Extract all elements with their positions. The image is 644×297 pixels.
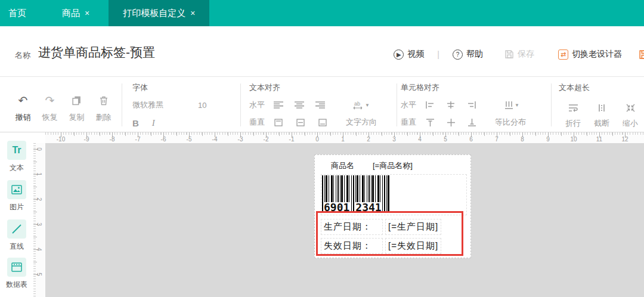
help-button[interactable]: ? 帮助	[453, 49, 483, 60]
save-as-button[interactable]	[639, 50, 644, 60]
ruler-halftick	[459, 132, 459, 136]
ruler-label: -1	[289, 136, 295, 143]
ruler-label: -5	[187, 136, 192, 143]
font-size-select[interactable]: 10	[198, 101, 206, 110]
delete-button[interactable]: 删除	[90, 112, 117, 123]
cell-align-right-icon[interactable]	[464, 101, 479, 109]
valign-top-icon[interactable]	[271, 119, 286, 126]
ruler-label: 2	[367, 136, 370, 143]
video-button[interactable]: ▶ 视频	[394, 49, 424, 60]
tab-products[interactable]: 商品 ×	[51, 0, 100, 26]
redo-button[interactable]: 恢复	[36, 112, 63, 123]
trash-icon[interactable]	[90, 95, 117, 106]
palette-item-line[interactable]: 直线	[0, 219, 33, 252]
design-canvas[interactable]: 商品名 [=商品名称] 6901 2341 生产日期： [=生产日期]	[45, 143, 644, 297]
tab-print-template[interactable]: 打印模板自定义 ×	[109, 0, 209, 26]
cell-valign-bottom-icon[interactable]	[464, 119, 479, 126]
ruler-label: 7	[495, 136, 499, 143]
ruler-label: -6	[161, 136, 166, 143]
cell-valign-top-icon[interactable]	[422, 119, 438, 126]
line-icon	[7, 219, 26, 239]
ruler-label: 4	[36, 248, 42, 251]
play-icon: ▶	[394, 50, 404, 60]
font-family-select[interactable]: 微软雅黑	[132, 100, 198, 110]
floppy-icon	[504, 50, 514, 59]
production-date-label-text: 生产日期：	[324, 221, 371, 233]
production-date-label[interactable]: 生产日期：	[321, 219, 383, 235]
ruler-label: 10	[570, 136, 577, 143]
close-icon[interactable]: ×	[85, 8, 89, 18]
undo-button[interactable]: 撤销	[10, 112, 36, 123]
palette-item-datatable-label: 数据表	[0, 280, 33, 290]
align-left-icon[interactable]	[271, 101, 286, 109]
ruler-halftick	[253, 132, 254, 136]
ruler-halftick	[356, 132, 357, 136]
vertical-ruler: 012345	[33, 143, 45, 297]
ruler-halftick	[177, 132, 177, 136]
redo-icon[interactable]: ↷	[36, 95, 63, 106]
valign-bottom-icon[interactable]	[315, 119, 330, 126]
wrap-icon[interactable]	[559, 104, 587, 112]
truncate-icon[interactable]	[587, 104, 616, 112]
barcode-element[interactable]: 6901 2341	[321, 174, 467, 215]
vertical-label: 垂直	[401, 117, 422, 128]
text-icon-glyph: Tr	[12, 145, 21, 156]
align-right-icon[interactable]	[312, 101, 328, 109]
switch-old-designer-button[interactable]: ⇄ 切换老设计器	[558, 49, 622, 60]
horizontal-ruler: -10-9-8-7-6-5-4-3-2-10123456789101112	[45, 132, 644, 143]
divider	[397, 83, 397, 126]
save-button[interactable]: 保存	[504, 49, 534, 60]
palette-item-text[interactable]: Tr 文本	[0, 141, 33, 173]
palette-item-datatable[interactable]: 数据表	[0, 258, 33, 290]
divider: |	[437, 50, 439, 59]
copy-icon[interactable]	[63, 95, 90, 106]
product-name-field[interactable]: [=商品名称]	[370, 159, 416, 173]
wrap-button[interactable]: 折行	[559, 118, 587, 129]
italic-button[interactable]: I	[152, 118, 155, 128]
distribute-columns-icon[interactable]: ▼	[504, 101, 519, 109]
font-group-title: 字体	[132, 82, 233, 93]
ruler-label: 12	[621, 136, 628, 143]
tab-home[interactable]: 首页	[0, 0, 35, 26]
expiry-date-label[interactable]: 失效日期：	[321, 238, 383, 254]
distribute-evenly-button[interactable]: 等比分布	[495, 117, 526, 128]
text-direction-button[interactable]: 文字方向	[346, 117, 377, 128]
chevron-down-icon: ▼	[365, 103, 370, 108]
shrink-icon[interactable]	[616, 104, 644, 112]
production-date-field-text: [=生产日期]	[388, 221, 438, 233]
close-icon[interactable]: ×	[190, 8, 195, 18]
text-direction-ab-icon[interactable]: ab ▼	[353, 101, 370, 110]
ruler-halftick	[100, 132, 100, 136]
shrink-button[interactable]: 缩小	[616, 118, 644, 129]
text-align-group: 文本对齐 水平 ab ▼	[249, 82, 388, 128]
align-center-icon[interactable]	[292, 101, 307, 109]
ruler-label: 4	[418, 136, 422, 143]
cell-valign-middle-icon[interactable]	[443, 119, 459, 126]
truncate-button[interactable]: 截断	[587, 118, 616, 129]
ruler-halftick	[33, 262, 37, 262]
bold-button[interactable]: B	[132, 118, 139, 128]
barcode-digits: 6901 2341	[323, 202, 382, 213]
valign-middle-icon[interactable]	[293, 119, 308, 126]
ruler-label: 5	[36, 273, 42, 276]
cell-align-title: 单元格对齐	[401, 82, 543, 93]
cell-align-center-icon[interactable]	[443, 101, 459, 109]
ruler-halftick	[228, 132, 228, 136]
expiry-date-field[interactable]: [=失效日期]	[385, 238, 441, 254]
chevron-down-icon: ▼	[515, 103, 519, 108]
copy-button[interactable]: 复制	[63, 112, 90, 123]
tab-products-label: 商品	[62, 8, 80, 19]
product-name-label[interactable]: 商品名	[328, 159, 357, 173]
palette-item-image[interactable]: 图片	[0, 180, 33, 212]
ruler-label: 5	[444, 136, 447, 143]
ruler-label: 3	[36, 222, 42, 226]
palette-item-line-label: 直线	[0, 242, 33, 252]
cell-align-group: 单元格对齐 水平 ▼ 垂直	[401, 82, 543, 128]
undo-icon[interactable]: ↶	[10, 95, 36, 106]
cell-align-left-icon[interactable]	[422, 101, 438, 109]
ruler-halftick	[33, 187, 37, 187]
tab-bar: 首页 商品 × 打印模板自定义 ×	[0, 0, 644, 26]
production-date-field[interactable]: [=生产日期]	[385, 219, 441, 235]
label-template[interactable]: 商品名 [=商品名称] 6901 2341 生产日期： [=生产日期]	[314, 154, 471, 258]
ruler-label: -4	[212, 136, 218, 143]
